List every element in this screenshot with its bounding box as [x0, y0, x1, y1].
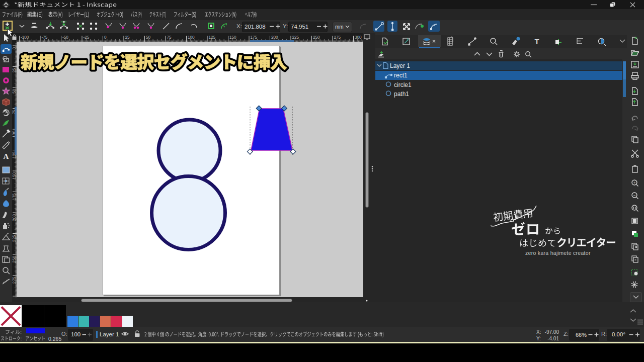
svg-text:225: 225: [12, 235, 17, 242]
svg-text:0: 0: [12, 47, 17, 50]
svg-text:-100: -100: [21, 35, 29, 40]
svg-text:150: 150: [229, 35, 236, 40]
svg-text:175: 175: [251, 35, 258, 40]
svg-text:175: 175: [12, 193, 17, 200]
svg-text:275: 275: [334, 35, 341, 40]
svg-text:200: 200: [12, 214, 17, 221]
svg-text:-25: -25: [84, 35, 90, 40]
svg-text:-50: -50: [62, 35, 68, 40]
svg-text:T: T: [534, 37, 539, 46]
svg-text:275: 275: [12, 277, 17, 284]
svg-text:+: +: [633, 180, 636, 185]
svg-text:−: −: [633, 193, 636, 198]
svg-text:50: 50: [146, 35, 151, 40]
svg-text:0: 0: [104, 35, 107, 40]
svg-text:25: 25: [12, 68, 17, 73]
svg-text:150: 150: [12, 172, 17, 179]
svg-text:300: 300: [355, 35, 362, 40]
svg-text:200: 200: [271, 35, 278, 40]
svg-text:50: 50: [12, 89, 17, 94]
svg-text:225: 225: [292, 35, 299, 40]
svg-text:25: 25: [125, 35, 130, 40]
svg-text:75: 75: [167, 35, 172, 40]
svg-text:A: A: [4, 152, 9, 160]
svg-text:250: 250: [12, 256, 17, 263]
svg-text:125: 125: [209, 35, 216, 40]
svg-text:250: 250: [313, 35, 320, 40]
svg-text:-75: -75: [42, 35, 48, 40]
svg-text:100: 100: [188, 35, 195, 40]
